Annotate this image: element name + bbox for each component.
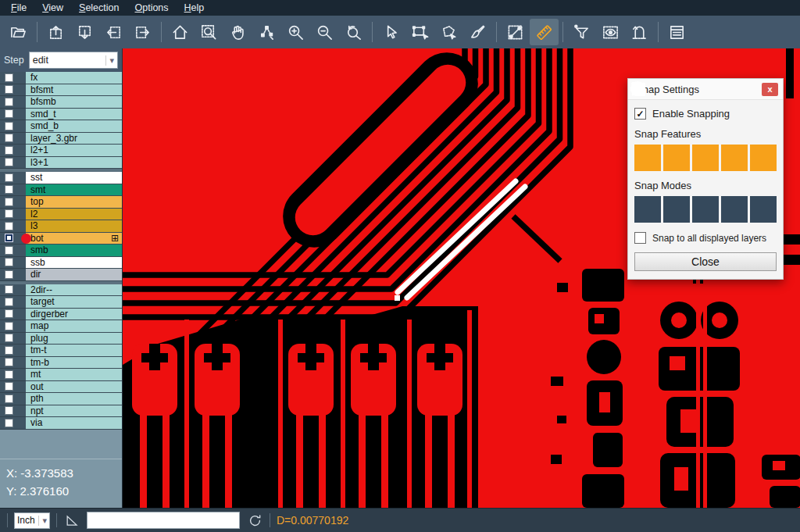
layer-label[interactable]: tm-b [26, 357, 122, 370]
snap-contour-button[interactable] [750, 196, 777, 223]
corner-angle-icon[interactable] [63, 512, 80, 529]
layer-row-l2[interactable]: l2 [0, 209, 122, 221]
layer-visibility-checkbox[interactable] [5, 246, 13, 255]
zoom-area-button[interactable] [195, 19, 223, 45]
layer-visibility-cell[interactable] [0, 120, 26, 133]
layer-visibility-checkbox[interactable] [5, 173, 13, 182]
layer-label[interactable]: plug [26, 333, 122, 345]
layer-visibility-checkbox[interactable] [5, 382, 13, 391]
path-measure-button[interactable] [625, 19, 654, 45]
layer-row-sst[interactable]: sst [0, 172, 122, 184]
layer-label[interactable]: smd_t [26, 109, 122, 121]
layer-label[interactable]: bot⊞ [26, 233, 122, 245]
layer-label[interactable]: map [26, 320, 122, 333]
edit-nodes-button[interactable] [252, 19, 281, 45]
layer-visibility-checkbox[interactable] [5, 109, 13, 118]
layer-visibility-checkbox[interactable] [5, 198, 13, 206]
layer-label[interactable]: l2 [26, 209, 122, 221]
snap-midpoint-button[interactable] [663, 196, 690, 223]
snap-text-button[interactable] [750, 145, 777, 171]
select-arrow-button[interactable] [377, 19, 405, 45]
open-folder-button[interactable] [4, 19, 33, 45]
layer-visibility-checkbox[interactable] [5, 285, 13, 294]
layer-visibility-cell[interactable] [0, 405, 26, 418]
layer-row-l2+1[interactable]: l2+1 [0, 145, 122, 157]
filter-button[interactable] [567, 19, 596, 45]
layer-row-layer_3.gbr[interactable]: layer_3.gbr [0, 133, 122, 145]
enable-snapping-row[interactable]: ✓ Enable Snapping [634, 108, 777, 120]
measure-line-button[interactable] [501, 19, 530, 45]
layer-label[interactable]: fx [26, 72, 122, 84]
snap-line-button[interactable] [634, 145, 661, 171]
dialog-title-bar[interactable]: Snap Settings x [628, 79, 783, 100]
layer-visibility-checkbox[interactable] [5, 158, 13, 166]
layer-visibility-checkbox[interactable] [5, 98, 13, 106]
layer-label[interactable]: smb [26, 245, 122, 257]
poly-select-button[interactable] [434, 19, 463, 45]
layer-row-mt[interactable]: mt [0, 369, 122, 381]
layer-visibility-checkbox[interactable] [5, 358, 13, 366]
layer-visibility-cell[interactable] [0, 296, 26, 309]
layer-visibility-checkbox[interactable] [5, 73, 13, 82]
layer-visibility-cell[interactable] [0, 333, 26, 345]
layer-row-l3+1[interactable]: l3+1 [0, 157, 122, 170]
layer-label[interactable]: 2dir-- [26, 284, 122, 297]
layer-visibility-cell[interactable] [0, 417, 26, 430]
command-input[interactable] [87, 512, 240, 529]
layer-visibility-checkbox[interactable] [5, 134, 13, 142]
layer-label[interactable]: out [26, 381, 122, 394]
layer-row-bfsmt[interactable]: bfsmt [0, 84, 122, 97]
layer-label[interactable]: l2+1 [26, 145, 122, 157]
layer-label[interactable]: layer_3.gbr [26, 133, 122, 145]
layer-visibility-checkbox[interactable] [5, 309, 13, 318]
snap-slot-outline-button[interactable] [721, 196, 748, 223]
layer-row-bfsmb[interactable]: bfsmb [0, 96, 122, 109]
unit-select[interactable]: Inch ▾ [14, 512, 50, 529]
menu-item-help[interactable]: Help [177, 1, 212, 15]
layer-visibility-cell[interactable] [0, 233, 26, 245]
layer-row-npt[interactable]: npt [0, 405, 122, 418]
rect-select-button[interactable] [405, 19, 434, 45]
snap-all-layers-row[interactable]: Snap to all displayed layers [634, 232, 777, 244]
layer-visibility-checkbox[interactable] [5, 419, 13, 427]
menu-item-view[interactable]: View [34, 1, 71, 15]
layer-visibility-cell[interactable] [0, 309, 26, 321]
layer-row-top[interactable]: top [0, 196, 122, 209]
layer-label[interactable]: l3 [26, 220, 122, 233]
view-box-button[interactable] [596, 19, 625, 45]
layer-row-l3[interactable]: l3 [0, 220, 122, 233]
pcb-canvas-area[interactable]: Snap Settings x ✓ Enable Snapping Snap F… [123, 48, 800, 508]
layer-label[interactable]: bfsmb [26, 96, 122, 109]
layer-label[interactable]: smt [26, 184, 122, 197]
layer-visibility-cell[interactable] [0, 157, 26, 170]
layer-row-bot[interactable]: bot⊞ [0, 233, 122, 245]
layer-visibility-checkbox[interactable] [5, 258, 13, 266]
layer-row-tm-t[interactable]: tm-t [0, 345, 122, 357]
layer-visibility-cell[interactable] [0, 257, 26, 270]
layer-row-tm-b[interactable]: tm-b [0, 357, 122, 370]
layer-row-pth[interactable]: pth [0, 393, 122, 405]
layer-visibility-checkbox[interactable] [5, 322, 13, 330]
layer-label[interactable]: target [26, 296, 122, 309]
layer-visibility-cell[interactable] [0, 96, 26, 109]
layer-visibility-checkbox[interactable] [5, 146, 13, 155]
dialog-close-button[interactable]: x [762, 83, 778, 96]
layer-visibility-cell[interactable] [0, 133, 26, 145]
send-bottom-button[interactable] [70, 19, 99, 45]
dialog-close-action-button[interactable]: Close [634, 252, 777, 271]
send-right-button[interactable] [128, 19, 157, 45]
snap-center-button[interactable] [634, 196, 661, 223]
send-top-button[interactable] [41, 19, 70, 45]
layer-visibility-checkbox[interactable] [5, 122, 13, 130]
layer-visibility-cell[interactable] [0, 109, 26, 121]
layer-visibility-cell[interactable] [0, 172, 26, 184]
layer-visibility-cell[interactable] [0, 196, 26, 209]
layer-visibility-cell[interactable] [0, 269, 26, 281]
zoom-out-button[interactable] [310, 19, 339, 45]
ruler-button[interactable] [530, 19, 559, 45]
layer-visibility-cell[interactable] [0, 320, 26, 333]
layer-row-smt[interactable]: smt [0, 184, 122, 197]
layer-label[interactable]: ssb [26, 257, 122, 270]
home-button[interactable] [166, 19, 195, 45]
clean-brush-button[interactable] [463, 19, 492, 45]
